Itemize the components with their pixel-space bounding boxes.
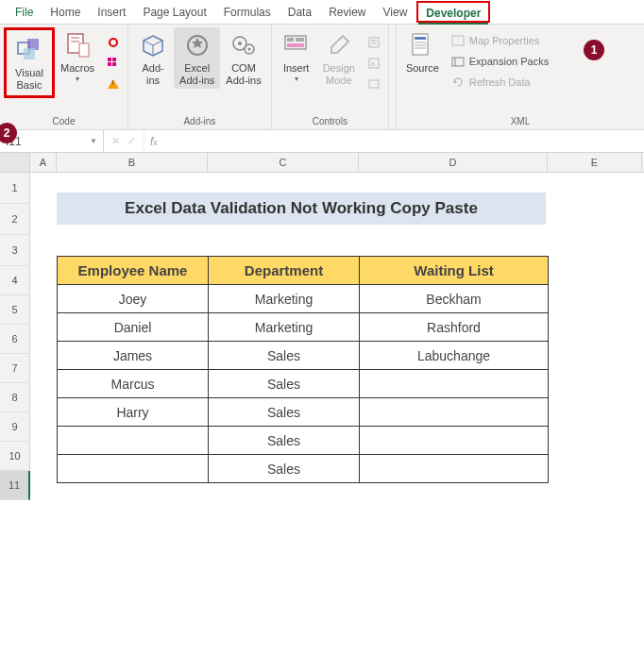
ribbon-group-addins: Add- ins Excel Add-ins COM Add-ins Add-i… bbox=[128, 25, 272, 129]
macros-button[interactable]: Macros ▾ bbox=[55, 27, 100, 85]
table-cell[interactable]: Marketing bbox=[209, 313, 360, 342]
insert-controls-button[interactable]: Insert ▾ bbox=[276, 27, 317, 85]
cell[interactable] bbox=[30, 235, 57, 266]
row-header[interactable]: 3 bbox=[0, 235, 30, 266]
visual-basic-button[interactable]: Visual Basic bbox=[8, 32, 50, 93]
record-macro-button[interactable] bbox=[103, 33, 124, 52]
cancel-icon[interactable]: ✕ bbox=[111, 135, 120, 147]
enter-icon[interactable]: ✓ bbox=[127, 135, 136, 147]
cell[interactable] bbox=[30, 471, 57, 500]
table-cell[interactable]: Sales bbox=[209, 427, 360, 455]
cell[interactable] bbox=[30, 325, 57, 354]
row-header[interactable]: 7 bbox=[0, 354, 30, 383]
svg-rect-8 bbox=[112, 58, 116, 61]
tab-page-layout[interactable]: Page Layout bbox=[135, 2, 213, 23]
tab-home[interactable]: Home bbox=[42, 2, 88, 23]
cell[interactable] bbox=[30, 295, 57, 325]
callout-badge-1: 1 bbox=[584, 40, 604, 60]
row-header[interactable]: 6 bbox=[0, 325, 30, 354]
fx-icon[interactable]: fx bbox=[144, 135, 163, 148]
use-relative-refs-button[interactable] bbox=[103, 54, 124, 73]
table-cell[interactable] bbox=[360, 455, 549, 483]
table-cell[interactable]: Sales bbox=[209, 342, 360, 370]
table-cell[interactable] bbox=[360, 427, 549, 455]
properties-button[interactable] bbox=[364, 33, 384, 52]
row-header[interactable]: 8 bbox=[0, 383, 30, 412]
table-cell[interactable]: Beckham bbox=[360, 285, 549, 313]
view-code-button[interactable]: a bbox=[364, 54, 384, 73]
row-header[interactable]: 5 bbox=[0, 295, 30, 325]
table-cell[interactable]: Joey bbox=[58, 285, 209, 313]
cell[interactable] bbox=[30, 173, 57, 204]
cell[interactable] bbox=[548, 412, 642, 442]
cell[interactable] bbox=[548, 295, 642, 325]
row-header[interactable]: 11 bbox=[0, 471, 30, 500]
com-addins-button[interactable]: COM Add-ins bbox=[220, 27, 266, 89]
cell[interactable] bbox=[548, 354, 642, 383]
col-header-e[interactable]: E bbox=[548, 153, 642, 172]
cell[interactable] bbox=[548, 442, 642, 471]
refresh-data-button[interactable]: Refresh Data bbox=[448, 73, 551, 92]
tab-formulas[interactable]: Formulas bbox=[216, 2, 279, 23]
row-header[interactable]: 1 bbox=[0, 173, 30, 204]
table-cell[interactable]: Sales bbox=[209, 370, 360, 398]
tab-view[interactable]: View bbox=[376, 2, 415, 23]
header-waiting-list[interactable]: Waiting List bbox=[360, 257, 549, 285]
header-department[interactable]: Department bbox=[209, 257, 360, 285]
row-header[interactable]: 9 bbox=[0, 412, 30, 442]
design-mode-button[interactable]: Design Mode bbox=[317, 27, 361, 89]
expansion-packs-button[interactable]: Expansion Packs bbox=[448, 52, 551, 71]
run-dialog-button[interactable] bbox=[364, 75, 384, 93]
table-cell[interactable]: Labuchange bbox=[360, 342, 549, 370]
svg-rect-7 bbox=[108, 58, 111, 61]
col-header-d[interactable]: D bbox=[359, 153, 548, 172]
title-banner: Excel Data Validation Not Working Copy P… bbox=[57, 193, 546, 225]
row-header[interactable]: 4 bbox=[0, 266, 30, 295]
tab-insert[interactable]: Insert bbox=[90, 2, 133, 23]
cell[interactable] bbox=[548, 235, 642, 266]
cell[interactable] bbox=[30, 266, 57, 295]
cell[interactable] bbox=[30, 442, 57, 471]
cell[interactable] bbox=[30, 354, 57, 383]
com-addins-icon bbox=[229, 30, 259, 60]
tab-review[interactable]: Review bbox=[321, 2, 373, 23]
tab-file[interactable]: File bbox=[8, 2, 41, 23]
table-cell[interactable]: Rashford bbox=[360, 313, 549, 342]
table-cell[interactable]: Sales bbox=[209, 455, 360, 483]
table-cell[interactable] bbox=[360, 398, 549, 427]
addins-button[interactable]: Add- ins bbox=[132, 27, 174, 89]
cell[interactable] bbox=[30, 383, 57, 412]
table-cell[interactable]: James bbox=[58, 342, 209, 370]
cell[interactable] bbox=[548, 266, 642, 295]
col-header-a[interactable]: A bbox=[30, 153, 57, 172]
table-cell[interactable]: Marketing bbox=[209, 285, 360, 313]
header-employee-name[interactable]: Employee Name bbox=[58, 257, 209, 285]
table-cell[interactable]: Sales bbox=[209, 398, 360, 427]
macro-security-button[interactable] bbox=[103, 75, 124, 93]
cell[interactable] bbox=[30, 412, 57, 442]
tab-data[interactable]: Data bbox=[280, 2, 319, 23]
table-cell[interactable] bbox=[58, 427, 209, 455]
col-header-c[interactable]: C bbox=[208, 153, 359, 172]
table-cell[interactable]: Harry bbox=[58, 398, 209, 427]
excel-addins-button[interactable]: Excel Add-ins bbox=[174, 27, 220, 89]
tab-developer[interactable]: Developer bbox=[416, 1, 490, 23]
table-cell[interactable] bbox=[360, 370, 549, 398]
cell[interactable] bbox=[548, 383, 642, 412]
cell[interactable] bbox=[548, 325, 642, 354]
source-button[interactable]: Source bbox=[400, 27, 445, 76]
cell[interactable] bbox=[548, 471, 642, 500]
col-header-b[interactable]: B bbox=[57, 153, 208, 172]
map-properties-icon bbox=[450, 33, 466, 48]
cell[interactable] bbox=[548, 173, 642, 204]
row-header[interactable]: 2 bbox=[0, 204, 30, 235]
cell[interactable] bbox=[30, 204, 57, 235]
row-header[interactable]: 10 bbox=[0, 442, 30, 471]
table-cell[interactable]: Marcus bbox=[58, 370, 209, 398]
record-icon bbox=[106, 35, 121, 50]
select-all-corner[interactable] bbox=[0, 153, 30, 172]
map-properties-button[interactable]: Map Properties bbox=[448, 31, 551, 50]
cell[interactable] bbox=[548, 204, 642, 235]
table-cell[interactable]: Daniel bbox=[58, 313, 209, 342]
table-cell[interactable] bbox=[58, 455, 209, 483]
